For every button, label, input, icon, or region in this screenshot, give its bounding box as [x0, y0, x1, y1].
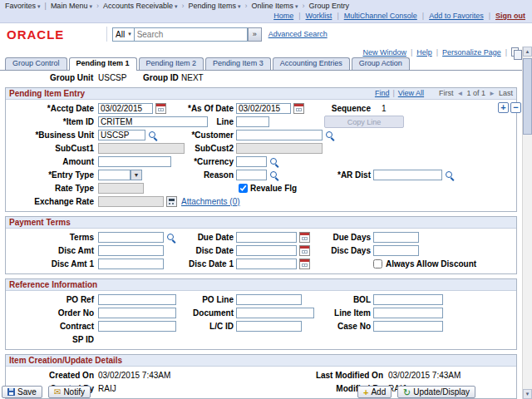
next-row-icon[interactable]: ► — [489, 90, 495, 97]
tab-pending-item-2[interactable]: Pending Item 2 — [139, 57, 204, 70]
add-to-favorites-link[interactable]: Add to Favorites — [429, 12, 484, 20]
pending-item-entry-section: Pending Item Entry Find | View All First… — [5, 87, 517, 212]
search-submit-button[interactable]: » — [248, 27, 262, 42]
group-entry-page: Favorites▾ | Main Menu▾ › Accounts Recei… — [0, 0, 532, 399]
breadcrumb-label: Main Menu — [51, 2, 88, 10]
field-row: Contract L/C ID Case No — [6, 320, 516, 333]
top-navigation-bar: Favorites▾ | Main Menu▾ › Accounts Recei… — [0, 0, 532, 23]
add-row-icon[interactable]: + — [498, 102, 509, 113]
help-link[interactable]: Help — [416, 48, 432, 57]
scroll-up-icon[interactable]: ▲ — [523, 47, 532, 57]
acctg-date-label: *Acctg Date — [6, 104, 94, 113]
save-button[interactable]: Save — [2, 386, 42, 398]
due-days-input[interactable] — [373, 232, 419, 243]
previous-row-icon[interactable]: ◄ — [457, 90, 464, 97]
copy-url-icon[interactable] — [511, 47, 519, 57]
pending-item-entry-header: Pending Item Entry Find | View All First… — [6, 88, 516, 100]
customer-input[interactable] — [236, 130, 323, 140]
exchange-rate-input — [98, 196, 164, 207]
notify-icon: ✉ — [54, 388, 61, 397]
add-icon: + — [363, 388, 368, 397]
pager-count: 1 of 1 — [467, 89, 486, 97]
lc-id-label: L/C ID — [129, 322, 234, 331]
find-link[interactable]: Find — [375, 89, 390, 97]
brand-search-bar: ORACLE All ▾ » Advanced Search — [0, 23, 532, 46]
rate-type-label: Rate Type — [6, 184, 94, 193]
add-button[interactable]: + Add — [357, 386, 392, 398]
breadcrumb-favorites[interactable]: Favorites▾ — [5, 2, 41, 10]
tab-group-action[interactable]: Group Action — [352, 57, 410, 70]
breadcrumb-pending-items[interactable]: Pending Items▾ — [188, 2, 240, 10]
worklist-link[interactable]: Worklist — [306, 12, 332, 20]
rate-type-input — [98, 183, 144, 194]
home-link[interactable]: Home — [273, 12, 293, 20]
po-line-label: PO Line — [129, 295, 234, 304]
section-title: Pending Item Entry — [9, 89, 85, 98]
chevron-down-icon: ▾ — [238, 3, 241, 9]
disc-date-1-calendar-icon[interactable] — [299, 259, 310, 269]
breadcrumb-separator: | — [45, 2, 47, 10]
business-unit-label: *Business Unit — [6, 131, 94, 140]
currency-lookup-icon[interactable] — [269, 157, 279, 167]
group-unit-label: Group Unit — [50, 73, 93, 82]
breadcrumb-accounts-receivable[interactable]: Accounts Receivable▾ — [103, 2, 178, 10]
search-input[interactable] — [135, 27, 248, 42]
line-item-label: Line Item — [274, 308, 371, 318]
breadcrumb-online-items[interactable]: Online Items▾ — [252, 2, 298, 10]
advanced-search-link[interactable]: Advanced Search — [268, 30, 328, 38]
new-window-link[interactable]: New Window — [362, 48, 406, 57]
disc-days-input[interactable] — [373, 245, 419, 256]
disc-date-1-input[interactable] — [236, 259, 297, 269]
revalue-flg-checkbox[interactable] — [239, 184, 248, 193]
field-row: Rate Type Revalue Flg — [6, 182, 516, 195]
breadcrumb-label: Pending Items — [188, 2, 236, 10]
copy-line-button[interactable]: Copy Line — [324, 116, 404, 128]
customer-lookup-icon[interactable] — [325, 131, 335, 140]
ar-dist-lookup-icon[interactable] — [445, 170, 455, 180]
last-modified-on-label: Last Modified On — [280, 371, 383, 380]
currency-input[interactable] — [236, 156, 267, 167]
case-no-input[interactable] — [373, 321, 443, 332]
tab-pending-item-3[interactable]: Pending Item 3 — [205, 57, 271, 70]
multichannel-console-link[interactable]: MultiChannel Console — [344, 12, 417, 20]
as-of-date-label: *As Of Date — [129, 104, 234, 113]
field-row: Disc Amt Disc Date Disc Days — [6, 244, 516, 258]
update-display-icon: ↻ — [403, 388, 411, 397]
entry-type-label: *Entry Type — [6, 170, 94, 180]
view-all-link[interactable]: View All — [398, 89, 424, 97]
exchange-rate-calculator-icon[interactable] — [166, 196, 177, 207]
scrollbar-thumb[interactable] — [523, 58, 532, 135]
ar-dist-input[interactable] — [373, 170, 442, 180]
reason-input[interactable] — [236, 170, 267, 180]
sequence-value: 1 — [382, 104, 387, 113]
order-no-label: Order No — [6, 308, 94, 318]
bol-input[interactable] — [373, 294, 443, 305]
tab-accounting-entries[interactable]: Accounting Entries — [273, 57, 350, 70]
tab-group-control[interactable]: Group Control — [5, 57, 67, 70]
search-scope-dropdown[interactable]: All ▾ — [112, 27, 135, 42]
breadcrumb-label: Favorites — [5, 2, 36, 10]
always-allow-discount-checkbox[interactable] — [373, 259, 382, 268]
scroll-down-icon[interactable]: ▼ — [523, 389, 532, 399]
payment-terms-fields: Terms Due Date Due Days Disc Amt Disc Da… — [6, 229, 516, 273]
entry-type-input[interactable] — [98, 170, 131, 180]
update-display-button[interactable]: ↻ Update/Display — [397, 386, 475, 398]
line-input[interactable] — [236, 116, 269, 127]
field-row: *Item ID Line Copy Line — [6, 116, 516, 129]
tab-pending-item-1[interactable]: Pending Item 1 — [69, 57, 137, 71]
notify-button[interactable]: ✉ Notify — [48, 386, 91, 398]
vertical-scrollbar[interactable]: ▲ ▼ — [522, 47, 532, 399]
due-date-label: Due Date — [129, 233, 234, 242]
attachments-link[interactable]: Attachments (0) — [181, 197, 240, 206]
line-item-input[interactable] — [373, 308, 443, 318]
subcust1-label: SubCust1 — [6, 144, 94, 153]
link-separator: | — [337, 12, 338, 20]
breadcrumb-separator: › — [96, 2, 99, 10]
breadcrumb-main-menu[interactable]: Main Menu▾ — [51, 2, 92, 10]
personalize-page-link[interactable]: Personalize Page — [442, 48, 501, 57]
delete-row-icon[interactable]: − — [510, 102, 521, 113]
update-display-label: Update/Display — [413, 387, 470, 397]
sign-out-link[interactable]: Sign out — [495, 12, 525, 20]
created-on-label: Created On — [6, 371, 94, 380]
header-links: Home | Worklist | MultiChannel Console |… — [273, 12, 525, 20]
